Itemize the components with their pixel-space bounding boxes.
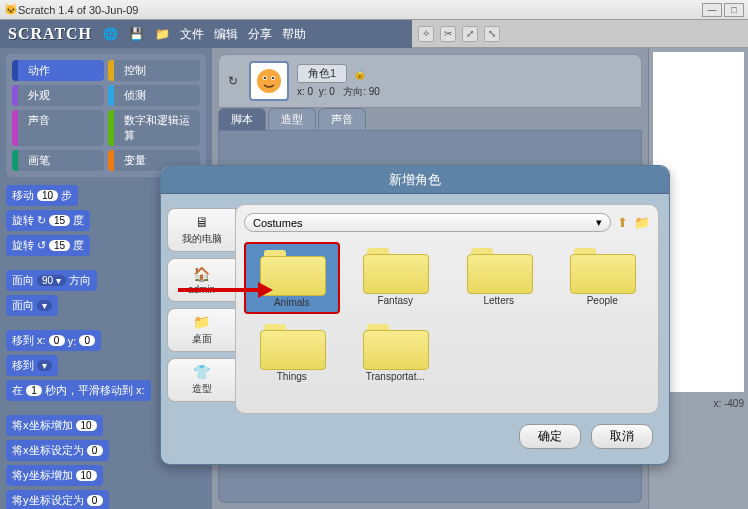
block-change-y[interactable]: 将y坐标增加10: [6, 465, 103, 486]
chevron-down-icon: ▾: [596, 216, 602, 229]
svg-point-0: [257, 69, 281, 93]
tab-scripts[interactable]: 脚本: [218, 108, 266, 130]
folder-fantasy[interactable]: Fantasy: [348, 242, 444, 314]
window-title: Scratch 1.4 of 30-Jun-09: [18, 4, 138, 16]
menu-edit[interactable]: 编辑: [214, 26, 238, 43]
side-tab-costumes[interactable]: 👕造型: [167, 358, 235, 402]
side-tab-admin[interactable]: 🏠admin: [167, 258, 235, 302]
category-motion[interactable]: 动作: [12, 60, 104, 81]
file-browser: Costumes▾ ⬆ 📁 Animals Fantasy Letters Pe…: [235, 204, 659, 414]
block-turn-cw[interactable]: 旋转 ↻15度: [6, 210, 90, 231]
folder-icon: [260, 248, 324, 294]
block-goto-obj[interactable]: 移到 ▾: [6, 355, 58, 376]
dialog-buttons: 确定 取消: [161, 414, 669, 459]
svg-point-3: [264, 77, 266, 79]
cancel-button[interactable]: 取消: [591, 424, 653, 449]
window-titlebar: 🐱 Scratch 1.4 of 30-Jun-09 — □: [0, 0, 748, 20]
globe-icon[interactable]: 🌐: [102, 26, 118, 42]
category-looks[interactable]: 外观: [12, 85, 104, 106]
sprite-tabs: 脚本 造型 声音: [218, 108, 642, 130]
new-sprite-dialog: 新增角色 🖥我的电脑 🏠admin 📁桌面 👕造型 Costumes▾ ⬆ 📁 …: [160, 165, 670, 465]
folder-icon: [570, 246, 634, 292]
sprite-thumbnail[interactable]: [249, 61, 289, 101]
minimize-button[interactable]: —: [702, 3, 722, 17]
block-set-y[interactable]: 将y坐标设定为0: [6, 490, 109, 509]
side-tab-computer[interactable]: 🖥我的电脑: [167, 208, 235, 252]
folder-transportation[interactable]: Transportat...: [348, 318, 444, 386]
folder-icon: [363, 322, 427, 368]
folder-icon: [363, 246, 427, 292]
stamp-icon[interactable]: ✧: [418, 26, 434, 42]
rotate-icon[interactable]: ↻: [225, 73, 241, 89]
stage-coords: x: -409: [713, 398, 744, 409]
category-operators[interactable]: 数字和逻辑运算: [108, 110, 200, 146]
menu-file[interactable]: 文件: [180, 26, 204, 43]
folder-animals[interactable]: Animals: [244, 242, 340, 314]
block-goto-xy[interactable]: 移到 x:0y:0: [6, 330, 101, 351]
costume-icon: 👕: [193, 364, 210, 380]
sprite-name-field[interactable]: 角色1: [297, 64, 347, 83]
block-turn-ccw[interactable]: 旋转 ↺15度: [6, 235, 90, 256]
category-pen[interactable]: 画笔: [12, 150, 104, 171]
folder-letters[interactable]: Letters: [451, 242, 547, 314]
folder-things[interactable]: Things: [244, 318, 340, 386]
tab-sounds[interactable]: 声音: [318, 108, 366, 130]
up-folder-icon[interactable]: ⬆: [617, 215, 628, 230]
new-folder-icon[interactable]: 📁: [634, 215, 650, 230]
category-control[interactable]: 控制: [108, 60, 200, 81]
sprite-header: ↻ 角色1 🔒 x: 0 y: 0 方向: 90: [218, 54, 642, 108]
block-set-x[interactable]: 将x坐标设定为0: [6, 440, 109, 461]
grow-icon[interactable]: ⤢: [462, 26, 478, 42]
folder-icon: 📁: [193, 314, 210, 330]
folder-grid: Animals Fantasy Letters People Things Tr…: [244, 242, 650, 386]
block-point-dir[interactable]: 面向90 ▾方向: [6, 270, 97, 291]
path-dropdown[interactable]: Costumes▾: [244, 213, 611, 232]
scratch-logo: SCRATCH: [8, 25, 92, 43]
maximize-button[interactable]: □: [724, 3, 744, 17]
shrink-icon[interactable]: ⤡: [484, 26, 500, 42]
block-glide[interactable]: 在1秒内，平滑移动到 x:: [6, 380, 151, 401]
block-move[interactable]: 移动10步: [6, 185, 78, 206]
dialog-title: 新增角色: [161, 166, 669, 194]
category-grid: 动作 控制 外观 侦测 声音 数字和逻辑运算 画笔 变量: [6, 54, 206, 177]
tab-costumes[interactable]: 造型: [268, 108, 316, 130]
stage-toolbar: ✧ ✂ ⤢ ⤡: [412, 20, 748, 48]
open-icon[interactable]: 📁: [154, 26, 170, 42]
svg-point-4: [272, 77, 274, 79]
category-sensing[interactable]: 侦测: [108, 85, 200, 106]
cut-icon[interactable]: ✂: [440, 26, 456, 42]
dialog-side-tabs: 🖥我的电脑 🏠admin 📁桌面 👕造型: [161, 194, 235, 414]
category-sound[interactable]: 声音: [12, 110, 104, 146]
computer-icon: 🖥: [195, 214, 209, 230]
block-change-x[interactable]: 将x坐标增加10: [6, 415, 103, 436]
folder-people[interactable]: People: [555, 242, 651, 314]
block-point-towards[interactable]: 面向 ▾: [6, 295, 58, 316]
ok-button[interactable]: 确定: [519, 424, 581, 449]
lock-icon[interactable]: 🔒: [353, 67, 367, 80]
side-tab-desktop[interactable]: 📁桌面: [167, 308, 235, 352]
menu-share[interactable]: 分享: [248, 26, 272, 43]
home-icon: 🏠: [193, 266, 210, 282]
save-icon[interactable]: 💾: [128, 26, 144, 42]
folder-icon: [260, 322, 324, 368]
menu-help[interactable]: 帮助: [282, 26, 306, 43]
folder-icon: [467, 246, 531, 292]
